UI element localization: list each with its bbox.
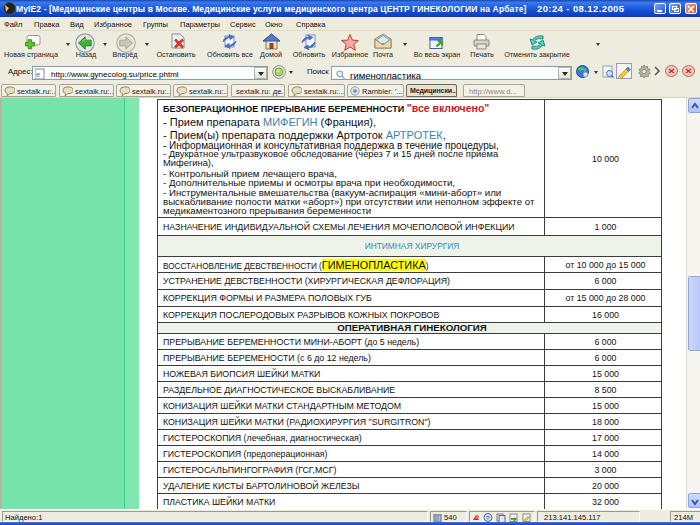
svg-text:e: e [36, 69, 40, 79]
